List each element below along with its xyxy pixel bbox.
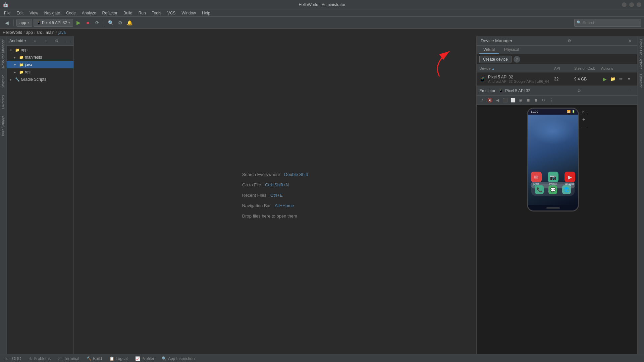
device-more-button[interactable]: ▾: [625, 75, 633, 83]
menu-item-file[interactable]: File: [1, 10, 13, 16]
tab-logcat[interactable]: 📋 Logcat: [106, 355, 131, 362]
menu-item-tools[interactable]: Tools: [149, 10, 164, 16]
tab-profiler[interactable]: 📈 Profiler: [132, 355, 158, 362]
panel-close-button[interactable]: —: [65, 38, 71, 44]
breadcrumb-item-2[interactable]: app: [26, 30, 33, 35]
search-bar-top[interactable]: 🔍: [574, 19, 641, 27]
emu-window1-button[interactable]: ⬛: [502, 97, 508, 104]
phone-status-time: 11:00: [531, 110, 538, 113]
stop-button[interactable]: ■: [84, 19, 92, 27]
menu-item-help[interactable]: Help: [199, 10, 213, 16]
search-button[interactable]: 🔍: [107, 19, 115, 27]
device-manager-settings-button[interactable]: ⚙: [566, 38, 573, 44]
emu-back-button[interactable]: ◀: [494, 97, 501, 104]
menu-item-window[interactable]: Window: [179, 10, 199, 16]
tree-item-res[interactable]: ▸ 📁 res: [7, 68, 73, 76]
toolbar-separator-2: [104, 19, 104, 26]
emu-power-button[interactable]: ↺: [479, 97, 485, 104]
dock-messages-icon[interactable]: 💬: [548, 185, 557, 194]
menu-item-navigate[interactable]: Navigate: [42, 10, 63, 16]
device-sub: Android API 32 Google APIs | x86_64: [488, 79, 549, 83]
emulator-settings-button[interactable]: ⚙: [576, 87, 583, 94]
breadcrumb-item-4[interactable]: main: [46, 30, 55, 35]
right-panel: Device Manager ⚙ ✕ Virtual Physical Crea…: [476, 36, 637, 354]
tab-virtual[interactable]: Virtual: [479, 46, 499, 54]
menu-item-code[interactable]: Code: [63, 10, 78, 16]
tab-todo[interactable]: ☑ TODO: [1, 355, 24, 362]
device-manager: Device Manager ⚙ ✕ Virtual Physical Crea…: [477, 36, 637, 86]
sidebar-item-favorites[interactable]: Favorites: [0, 92, 6, 112]
emu-camera-button[interactable]: ◉: [517, 97, 524, 104]
search-input[interactable]: [583, 20, 639, 25]
menu-item-vcs[interactable]: VCS: [165, 10, 178, 16]
dock-phone-icon[interactable]: 📞: [535, 185, 544, 194]
tree-item-app[interactable]: ▾ 📁 app: [7, 46, 73, 54]
android-dropdown-chevron[interactable]: ▾: [24, 39, 26, 43]
emu-zoom-in-button[interactable]: +: [582, 117, 585, 122]
panel-settings-button[interactable]: ⚙: [54, 38, 60, 44]
tree-item-manifests[interactable]: ▸ 📁 manifests: [7, 54, 73, 61]
emu-refresh-button[interactable]: ⟳: [540, 97, 547, 104]
sidebar-item-structure[interactable]: Structure: [0, 71, 6, 92]
hint-drop-files: Drop files here to open them: [242, 214, 308, 219]
sidebar-item-build-variants[interactable]: Build Variants: [0, 112, 6, 139]
minimize-button[interactable]: —: [622, 2, 627, 7]
emu-scale-label: 1:1: [581, 110, 586, 114]
tree-item-java[interactable]: ▾ 📁 java: [7, 61, 73, 68]
chevron-right-icon: ▸: [14, 56, 18, 59]
notifications-button[interactable]: 🔔: [126, 19, 134, 27]
sort-button[interactable]: ↕: [43, 38, 49, 44]
breadcrumb-item-5[interactable]: java: [58, 30, 66, 35]
tab-terminal[interactable]: >_ Terminal: [55, 355, 83, 362]
menu-item-view[interactable]: View: [27, 10, 41, 16]
emulator-close-button[interactable]: —: [628, 87, 635, 94]
device-manager-header: Device Manager ⚙ ✕: [477, 36, 637, 46]
back-button[interactable]: ◀: [3, 19, 11, 27]
phone-screen[interactable]: ✉ Gmail 📷 Photos ▶ YouTube: [528, 115, 578, 205]
settings-button[interactable]: ⚙: [116, 19, 124, 27]
tab-problems[interactable]: ⚠ Problems: [25, 355, 54, 362]
app-dropdown[interactable]: app ▾: [16, 19, 32, 27]
emu-mute-button[interactable]: 🔇: [486, 97, 493, 104]
emulator-header: Emulator: 📱 Pixel 5 API 32 ⚙ —: [477, 86, 637, 96]
menu-item-run[interactable]: Run: [136, 10, 149, 16]
emu-more-button[interactable]: ⋮: [548, 97, 555, 104]
menu-item-build[interactable]: Build: [121, 10, 135, 16]
device-files-button[interactable]: 📁: [609, 75, 616, 83]
sidebar-item-device-file-explorer[interactable]: Device File Explorer: [638, 36, 644, 71]
emu-window2-button[interactable]: ⬜: [509, 97, 516, 104]
menu-item-refactor[interactable]: Refactor: [100, 10, 120, 16]
device-dropdown[interactable]: 📱 Pixel 5 API 32 ▾: [34, 19, 73, 27]
menu-item-analyze[interactable]: Analyze: [79, 10, 99, 16]
signal-icon: 📶: [567, 110, 571, 113]
tree-item-java-label: java: [25, 62, 32, 67]
left-sidebar-labels: Resource Manager Structure Favorites Bui…: [0, 36, 7, 354]
sync-button[interactable]: ⟳: [93, 19, 101, 27]
device-run-button[interactable]: ▶: [601, 75, 608, 83]
run-button[interactable]: ▶: [74, 19, 83, 27]
breadcrumb-item-1[interactable]: HelloWorld: [3, 30, 22, 35]
breadcrumb-item-3[interactable]: src: [37, 30, 42, 35]
phone-status-bar: 11:00 📶 🔋: [528, 109, 578, 115]
emu-record-button[interactable]: ⏺: [533, 97, 539, 104]
emu-zoom-out-button[interactable]: —: [581, 125, 586, 130]
sidebar-item-emulator[interactable]: Emulator: [638, 71, 644, 90]
emulator-panel: Emulator: 📱 Pixel 5 API 32 ⚙ — ↺ 🔇 ◀ ⬛ ⬜…: [477, 86, 637, 354]
terminal-icon: >_: [58, 356, 63, 361]
tab-physical[interactable]: Physical: [500, 46, 523, 54]
close-button[interactable]: ✕: [637, 2, 641, 7]
phone-wallpaper-glow: [531, 118, 575, 145]
collapse-all-button[interactable]: ≡: [32, 38, 38, 44]
dock-browser-icon[interactable]: 🌐: [562, 185, 571, 194]
emu-stop-button[interactable]: ⏹: [525, 97, 532, 104]
tree-item-gradle[interactable]: ▸ 🔧 Gradle Scripts: [7, 76, 73, 83]
sidebar-item-resource-manager[interactable]: Resource Manager: [0, 36, 6, 71]
menu-item-edit[interactable]: Edit: [14, 10, 26, 16]
device-edit-button[interactable]: ✏: [617, 75, 625, 83]
device-manager-close-button[interactable]: ✕: [627, 38, 633, 44]
help-button[interactable]: ?: [514, 56, 520, 63]
tab-app-inspection[interactable]: 🔍 App Inspection: [158, 355, 198, 362]
maximize-button[interactable]: □: [629, 2, 634, 7]
tab-build[interactable]: 🔨 Build: [83, 355, 105, 362]
create-device-button[interactable]: Create device: [479, 56, 512, 63]
